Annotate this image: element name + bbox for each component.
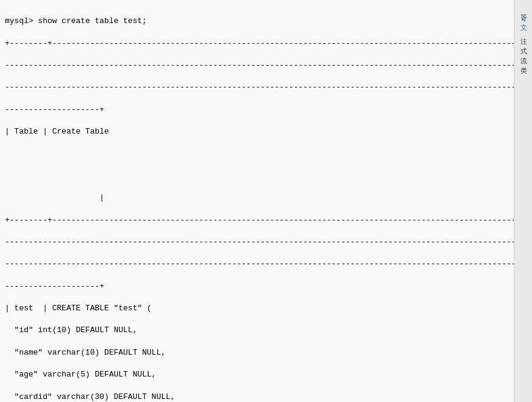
line-sep4: ----------------------------------------… xyxy=(5,259,511,270)
sidebar-item-lei[interactable]: 类 xyxy=(517,59,529,64)
line-cardid: "cardid" varchar(30) DEFAULT NULL, xyxy=(5,392,511,402)
line-4: ----------------------------------------… xyxy=(5,82,511,93)
line-1: mysql> show create table test; xyxy=(5,16,511,27)
sidebar-item-wenz[interactable]: 文z xyxy=(517,16,529,25)
terminal-output: mysql> show create table test; +--------… xyxy=(5,5,511,402)
line-age: "age" varchar(5) DEFAULT NULL, xyxy=(5,369,511,380)
sidebar-item-zhu[interactable]: 注 xyxy=(517,30,529,35)
line-name: "name" varchar(10) DEFAULT NULL, xyxy=(5,347,511,358)
terminal-area: mysql> show create table test; +--------… xyxy=(0,0,514,402)
line-id: "id" int(10) DEFAULT NULL, xyxy=(5,325,511,336)
line-sep5: --------------------+ xyxy=(5,281,511,292)
line-pipe: | xyxy=(5,192,511,203)
line-blank2 xyxy=(5,171,511,182)
line-blank1 xyxy=(5,148,511,159)
line-2: +--------+------------------------------… xyxy=(5,38,511,49)
line-sep2: +--------+------------------------------… xyxy=(5,215,511,226)
line-sep3: ----------------------------------------… xyxy=(5,237,511,248)
sidebar-item-shi[interactable]: 式 xyxy=(517,39,529,44)
sidebar-item-liu[interactable]: 流 xyxy=(517,49,529,54)
line-3: ----------------------------------------… xyxy=(5,60,511,71)
line-header: | Table | Create Table xyxy=(5,126,511,137)
line-5: --------------------+ xyxy=(5,104,511,115)
line-create: | test | CREATE TABLE "test" ( xyxy=(5,303,511,314)
sidebar-item-deng[interactable]: 等 xyxy=(517,6,529,11)
sidebar: 等 文z 注 式 流 类 xyxy=(514,0,532,402)
